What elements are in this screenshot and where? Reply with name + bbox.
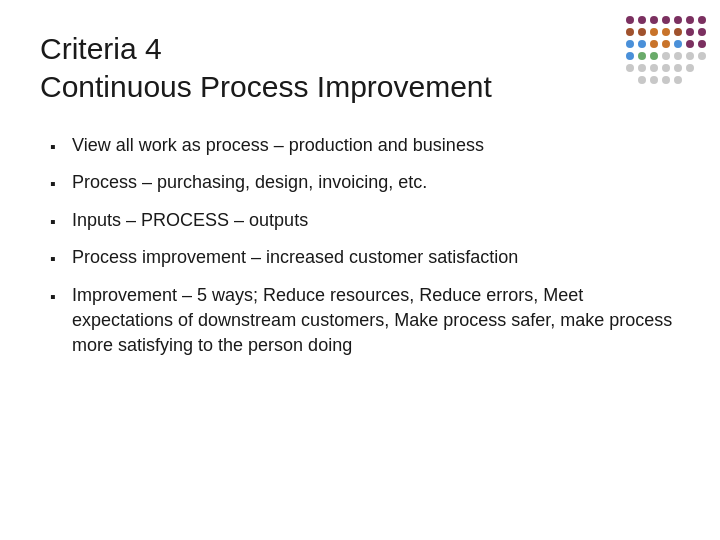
bullet-marker-1: ▪ bbox=[50, 136, 72, 158]
svg-point-34 bbox=[638, 76, 646, 84]
svg-point-12 bbox=[686, 28, 694, 36]
svg-point-6 bbox=[698, 16, 706, 24]
svg-point-29 bbox=[638, 64, 646, 72]
svg-point-18 bbox=[674, 40, 682, 48]
svg-point-36 bbox=[662, 76, 670, 84]
list-item: ▪ Improvement – 5 ways; Reduce resources… bbox=[50, 283, 680, 359]
bullet-text-5: Improvement – 5 ways; Reduce resources, … bbox=[72, 283, 680, 359]
svg-point-21 bbox=[626, 52, 634, 60]
svg-point-11 bbox=[674, 28, 682, 36]
svg-point-17 bbox=[662, 40, 670, 48]
svg-point-27 bbox=[698, 52, 706, 60]
bullet-list: ▪ View all work as process – production … bbox=[50, 133, 680, 358]
svg-point-4 bbox=[674, 16, 682, 24]
svg-point-26 bbox=[686, 52, 694, 60]
list-item: ▪ Inputs – PROCESS – outputs bbox=[50, 208, 680, 233]
svg-point-35 bbox=[650, 76, 658, 84]
svg-point-20 bbox=[698, 40, 706, 48]
svg-point-32 bbox=[674, 64, 682, 72]
bullet-marker-4: ▪ bbox=[50, 248, 72, 270]
dot-grid-decoration bbox=[620, 10, 710, 100]
svg-point-19 bbox=[686, 40, 694, 48]
bullet-marker-3: ▪ bbox=[50, 211, 72, 233]
svg-point-8 bbox=[638, 28, 646, 36]
svg-point-33 bbox=[686, 64, 694, 72]
list-item: ▪ Process – purchasing, design, invoicin… bbox=[50, 170, 680, 195]
svg-point-1 bbox=[638, 16, 646, 24]
svg-point-14 bbox=[626, 40, 634, 48]
svg-point-10 bbox=[662, 28, 670, 36]
svg-point-2 bbox=[650, 16, 658, 24]
bullet-text-3: Inputs – PROCESS – outputs bbox=[72, 208, 680, 233]
bullet-marker-2: ▪ bbox=[50, 173, 72, 195]
svg-point-24 bbox=[662, 52, 670, 60]
title-block: Criteria 4 Continuous Process Improvemen… bbox=[40, 30, 680, 105]
svg-point-28 bbox=[626, 64, 634, 72]
title-line-2: Continuous Process Improvement bbox=[40, 68, 680, 106]
svg-point-25 bbox=[674, 52, 682, 60]
bullet-text-1: View all work as process – production an… bbox=[72, 133, 680, 158]
svg-point-9 bbox=[650, 28, 658, 36]
list-item: ▪ Process improvement – increased custom… bbox=[50, 245, 680, 270]
svg-point-16 bbox=[650, 40, 658, 48]
svg-point-5 bbox=[686, 16, 694, 24]
title-line-1: Criteria 4 bbox=[40, 30, 680, 68]
svg-point-0 bbox=[626, 16, 634, 24]
svg-point-13 bbox=[698, 28, 706, 36]
slide: Criteria 4 Continuous Process Improvemen… bbox=[0, 0, 720, 540]
bullet-text-4: Process improvement – increased customer… bbox=[72, 245, 680, 270]
svg-point-37 bbox=[674, 76, 682, 84]
svg-point-31 bbox=[662, 64, 670, 72]
svg-point-23 bbox=[650, 52, 658, 60]
svg-point-22 bbox=[638, 52, 646, 60]
list-item: ▪ View all work as process – production … bbox=[50, 133, 680, 158]
svg-point-7 bbox=[626, 28, 634, 36]
bullet-marker-5: ▪ bbox=[50, 286, 72, 308]
bullet-text-2: Process – purchasing, design, invoicing,… bbox=[72, 170, 680, 195]
svg-point-15 bbox=[638, 40, 646, 48]
svg-point-3 bbox=[662, 16, 670, 24]
svg-point-30 bbox=[650, 64, 658, 72]
